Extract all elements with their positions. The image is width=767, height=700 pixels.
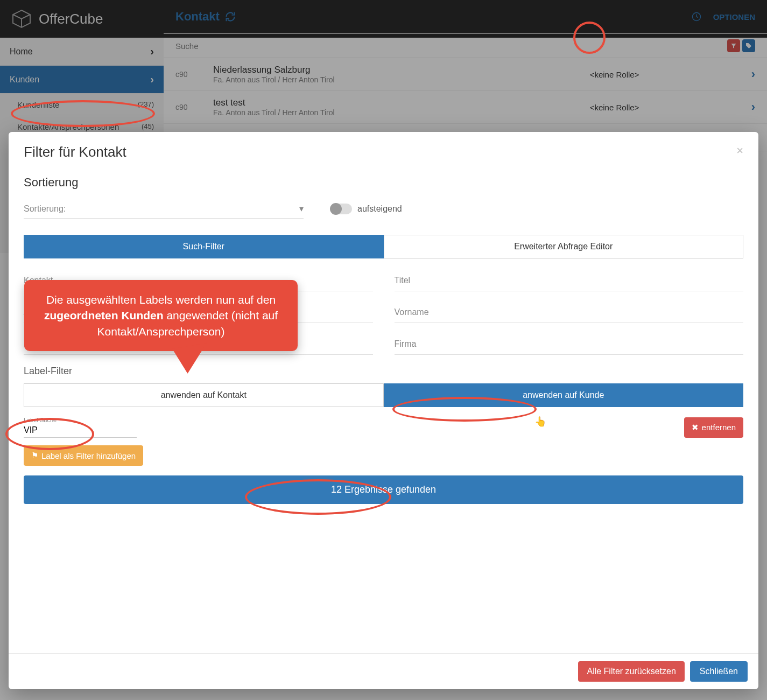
label-search-label: Label Suche bbox=[24, 417, 137, 423]
sort-select[interactable]: Sortierung: ▾ bbox=[24, 199, 304, 219]
modal-header: Filter für Kontakt × bbox=[9, 132, 758, 166]
close-icon[interactable]: × bbox=[736, 144, 743, 158]
label-search-input[interactable] bbox=[24, 423, 137, 438]
close-button[interactable]: Schließen bbox=[690, 661, 748, 682]
modal-body: Sortierung Sortierung: ▾ aufsteigend Suc… bbox=[9, 166, 758, 653]
annotation-callout: Die ausgewählten Labels werden nun auf d… bbox=[24, 280, 298, 351]
add-label-button-label: Label als Filter hinzufügen bbox=[41, 451, 136, 460]
modal-footer: Alle Filter zurücksetzen Schließen bbox=[9, 653, 758, 689]
apply-on-kontakt[interactable]: anwenden auf Kontakt bbox=[24, 383, 384, 407]
remove-button[interactable]: ✖ entfernen bbox=[684, 417, 743, 438]
reset-filter-button[interactable]: Alle Filter zurücksetzen bbox=[578, 661, 684, 682]
filter-tabs: Such-Filter Erweiterter Abfrage Editor bbox=[24, 235, 743, 258]
modal-title: Filter für Kontakt bbox=[24, 144, 126, 160]
flag-icon: ⚑ bbox=[31, 451, 38, 460]
add-label-button[interactable]: ⚑ Label als Filter hinzufügen bbox=[24, 445, 143, 466]
tab-such-filter[interactable]: Such-Filter bbox=[24, 235, 384, 258]
caret-down-icon: ▾ bbox=[299, 204, 304, 214]
sort-heading: Sortierung bbox=[24, 176, 743, 190]
filter-modal: Filter für Kontakt × Sortierung Sortieru… bbox=[9, 132, 758, 689]
field-firma[interactable]: Firma bbox=[395, 334, 744, 355]
apply-on-kunde[interactable]: anwenden auf Kunde bbox=[384, 383, 744, 407]
results-bar[interactable]: 12 Ergebnisse gefunden bbox=[24, 475, 743, 504]
sort-placeholder: Sortierung: bbox=[24, 204, 66, 214]
x-icon: ✖ bbox=[692, 423, 699, 432]
toggle-label: aufsteigend bbox=[357, 204, 402, 214]
remove-button-label: entfernen bbox=[702, 423, 736, 432]
field-vorname[interactable]: Vorname bbox=[395, 302, 744, 323]
label-filter-heading: Label-Filter bbox=[24, 366, 743, 377]
tab-query-editor[interactable]: Erweiterter Abfrage Editor bbox=[384, 235, 744, 258]
ascending-toggle[interactable] bbox=[330, 204, 352, 214]
apply-target-tabs: anwenden auf Kontakt anwenden auf Kunde bbox=[24, 383, 743, 407]
field-titel[interactable]: Titel bbox=[395, 270, 744, 291]
